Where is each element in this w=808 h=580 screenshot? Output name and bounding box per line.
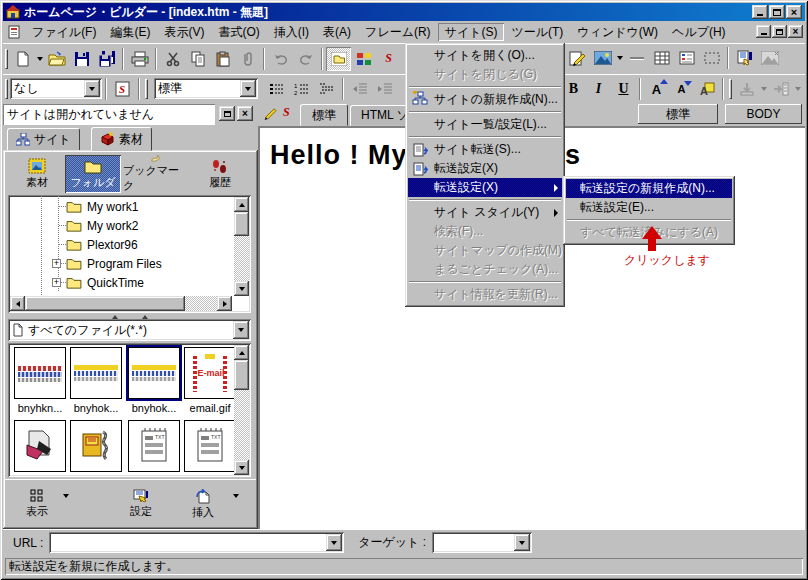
scroll-down-button[interactable]	[234, 281, 249, 296]
menu-item-site-list-settings[interactable]: サイト一覧/設定(L)...	[408, 115, 562, 134]
spell-view-button[interactable]: S	[376, 47, 401, 71]
vertical-scrollbar-thumb[interactable]	[234, 360, 249, 390]
menu-item-new-site[interactable]: サイトの新規作成(N)...	[408, 90, 562, 109]
tree-vscrollbar[interactable]	[234, 197, 249, 296]
insert-file-button[interactable]	[734, 77, 759, 101]
insert-image-dropdown[interactable]	[615, 56, 624, 60]
tool-history-button[interactable]: 履歴	[191, 155, 249, 193]
menu-site[interactable]: サイト(S)	[438, 23, 505, 41]
scroll-left-button[interactable]	[10, 296, 25, 311]
insert-hr-button[interactable]	[624, 46, 649, 70]
submenu-item-transfer-settings[interactable]: 転送設定(E)...	[566, 198, 732, 217]
menu-help[interactable]: ヘルプ(H)	[665, 23, 733, 41]
document-icon[interactable]	[7, 25, 21, 39]
menu-format[interactable]: 書式(O)	[211, 23, 266, 41]
tool-folder-button[interactable]: フォルダ	[65, 155, 121, 193]
menu-edit[interactable]: 編集(E)	[103, 23, 157, 41]
menu-item-site-style[interactable]: サイト スタイル(Y)	[408, 203, 562, 222]
redo-button[interactable]	[293, 47, 318, 71]
view-mode-dropdown[interactable]	[63, 498, 69, 512]
insert-part-button[interactable]	[768, 77, 793, 101]
thumbnail-item-selected[interactable]	[128, 347, 180, 399]
spell-check-button[interactable]: S	[110, 77, 135, 101]
thumbnail-item[interactable]	[14, 420, 66, 472]
target-combo[interactable]	[432, 532, 532, 553]
new-page-dropdown[interactable]	[35, 57, 44, 61]
tree-item-plextor96[interactable]: Plextor96	[59, 235, 138, 254]
sidebar-tab-material[interactable]: 素材	[91, 127, 152, 151]
open-button[interactable]	[44, 47, 69, 71]
combo-dropdown-button[interactable]	[240, 80, 256, 97]
style-combo[interactable]: なし	[10, 78, 102, 99]
numbered-list-button[interactable]: 12	[289, 77, 314, 101]
tree-hscrollbar[interactable]	[10, 296, 232, 311]
mdi-restore-button[interactable]	[772, 25, 787, 38]
tree-expand-button[interactable]: +	[52, 278, 61, 287]
menu-item-transfer-settings[interactable]: 転送設定(X)	[408, 178, 562, 197]
tree-expand-button[interactable]: +	[52, 259, 61, 268]
palette-view-button[interactable]	[351, 47, 376, 71]
submenu-item-new-transfer-settings[interactable]: 転送設定の新規作成(N)...	[566, 179, 732, 198]
tool-bookmark-button[interactable]: ブックマーク	[123, 155, 187, 193]
indent-button[interactable]	[372, 77, 397, 101]
underline-button[interactable]: U	[611, 77, 636, 101]
material-view-toggle[interactable]	[326, 47, 351, 71]
copy-button[interactable]	[185, 47, 210, 71]
insert-part-dropdown[interactable]	[793, 87, 802, 91]
close-button[interactable]: ×	[786, 5, 802, 19]
combo-dropdown-button[interactable]	[233, 321, 249, 339]
outdent-button[interactable]	[347, 77, 372, 101]
save-all-button[interactable]	[94, 47, 119, 71]
print-button[interactable]	[127, 47, 152, 71]
insert-button[interactable]: 挿入	[179, 484, 227, 524]
page-edit-icon[interactable]	[261, 105, 277, 121]
tab-html-source[interactable]: HTML ソース	[350, 105, 412, 126]
tree-item-my-work2[interactable]: My work2	[59, 216, 138, 235]
insert-file-dropdown[interactable]	[759, 87, 768, 91]
insert-image-button[interactable]	[590, 46, 615, 70]
mdi-close-button[interactable]: ×	[788, 25, 803, 38]
menu-table[interactable]: 表(A)	[316, 23, 358, 41]
thumbnail-vscrollbar[interactable]	[234, 345, 249, 475]
panel-close-button[interactable]: ×	[237, 106, 253, 121]
paste-button[interactable]	[210, 47, 235, 71]
new-page-button[interactable]	[10, 47, 35, 71]
sidebar-tab-site[interactable]: サイト	[7, 128, 80, 151]
insert-link-button[interactable]	[732, 46, 757, 70]
settings-button[interactable]: 設定	[117, 484, 165, 524]
tree-item-my-work1[interactable]: My work1	[59, 197, 138, 216]
menu-window[interactable]: ウィンドウ(W)	[570, 23, 665, 41]
menu-item-page-transfer[interactable]: 転送設定(X)	[408, 159, 562, 178]
menu-item-site-transfer[interactable]: サイト転送(S)...	[408, 140, 562, 159]
url-combo[interactable]	[49, 532, 344, 553]
toolbar-handle[interactable]	[5, 49, 8, 69]
menu-insert[interactable]: 挿入(I)	[267, 23, 316, 41]
menu-item-open-site[interactable]: サイトを開く(O)...	[408, 46, 562, 65]
bullet-list-button[interactable]	[264, 77, 289, 101]
paragraph-combo[interactable]: 標準	[154, 78, 258, 99]
scroll-right-button[interactable]	[217, 296, 232, 311]
insert-table-button[interactable]	[649, 46, 674, 70]
restore-button[interactable]	[769, 5, 785, 19]
thumbnail-item[interactable]: TXT	[128, 420, 180, 472]
spell-s-icon[interactable]: S	[283, 105, 290, 120]
vertical-scrollbar-thumb[interactable]	[234, 212, 249, 236]
folder-tree[interactable]: My work1 My work2 Plextor96 Program File…	[8, 195, 251, 313]
thumbnail-item[interactable]: E-mail	[184, 347, 236, 399]
toolbar-handle[interactable]	[145, 79, 148, 99]
menu-frame[interactable]: フレーム(R)	[358, 23, 438, 41]
toolbar-handle[interactable]	[729, 79, 732, 99]
thumbnail-item[interactable]	[70, 420, 122, 472]
toolbar-handle[interactable]	[5, 79, 8, 99]
scroll-up-button[interactable]	[234, 345, 249, 360]
menu-file[interactable]: ファイル(F)	[25, 23, 103, 41]
mdi-minimize-button[interactable]	[756, 25, 771, 38]
thumbnail-list[interactable]: E-mail bnyhkn... bnyhok... bnyhok... ema…	[8, 343, 251, 477]
menu-tools[interactable]: ツール(T)	[504, 23, 570, 41]
insert-marquee-button[interactable]	[699, 46, 724, 70]
minimize-button[interactable]	[752, 5, 768, 19]
scroll-down-button[interactable]	[234, 460, 249, 475]
view-mode-button[interactable]: 表示	[15, 484, 59, 524]
thumbnail-item[interactable]	[70, 347, 122, 399]
thumbnail-item[interactable]	[14, 347, 66, 399]
